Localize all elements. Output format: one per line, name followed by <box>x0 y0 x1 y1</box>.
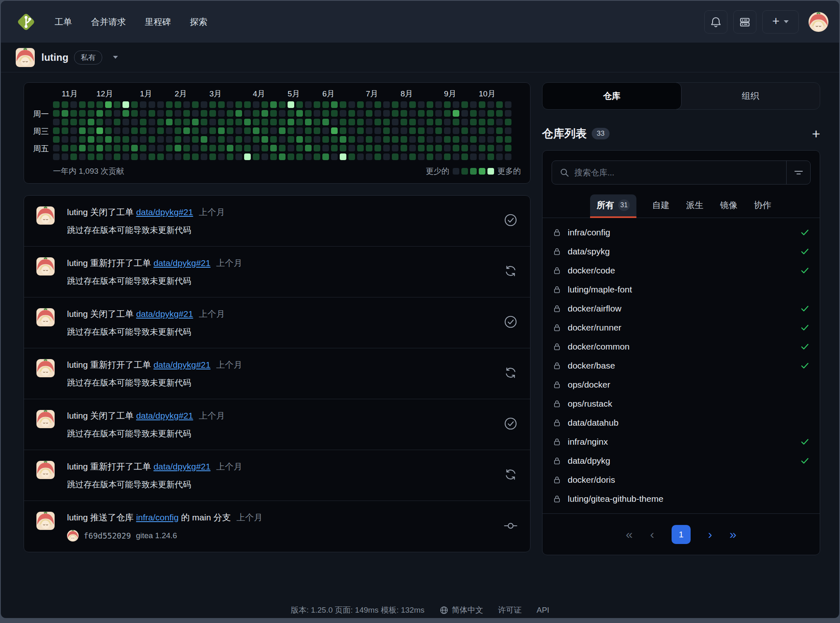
feed-username[interactable]: luting <box>67 462 90 471</box>
create-new-button[interactable]: + <box>762 10 799 34</box>
nav-item-pull-requests[interactable]: 合并请求 <box>91 16 126 28</box>
repo-row[interactable]: infra/nginx <box>552 432 810 451</box>
repo-name[interactable]: docker/code <box>568 266 615 276</box>
feed-avatar[interactable] <box>36 206 55 225</box>
feed-issue-link[interactable]: data/dpykg#21 <box>154 462 211 471</box>
repo-row[interactable]: docker/airflow <box>552 299 810 318</box>
heatmap-cell <box>392 127 398 134</box>
repo-name[interactable]: infra/config <box>568 228 610 237</box>
feed-issue-link[interactable]: data/dpykg#21 <box>136 309 193 319</box>
heatmap-cell <box>166 145 173 151</box>
user-avatar[interactable] <box>809 12 828 32</box>
repo-list-header: 仓库列表 33 + <box>542 126 820 141</box>
repo-row[interactable]: ops/docker <box>552 375 810 394</box>
repo-name[interactable]: luting/maple-font <box>568 285 632 295</box>
repo-row[interactable]: docker/runner <box>552 318 810 337</box>
repo-filter-button[interactable] <box>786 161 810 184</box>
feed-username[interactable]: luting <box>67 207 90 217</box>
repo-name[interactable]: docker/base <box>568 361 615 371</box>
repo-row[interactable]: docker/doris <box>552 470 810 489</box>
repo-name[interactable]: data/datahub <box>568 418 619 428</box>
commit-sha-link[interactable]: f69d552029 <box>84 531 131 540</box>
repo-filter-tab[interactable]: 所有 31 <box>590 194 636 218</box>
repo-name[interactable]: docker/airflow <box>568 304 622 314</box>
legend-more-label: 更多的 <box>497 166 521 177</box>
language-selector[interactable]: 简体中文 <box>439 605 483 616</box>
repo-filter-tab[interactable]: 派生 <box>685 195 704 218</box>
repo-name[interactable]: ops/docker <box>568 380 610 390</box>
profile-avatar[interactable] <box>16 48 35 67</box>
feed-item: luting 关闭了工单 data/dpykg#21 上个月 跳过存在版本可能导… <box>24 399 530 450</box>
heatmap-cell <box>227 119 233 125</box>
repo-name[interactable]: data/dpykg <box>568 456 610 466</box>
heatmap-cell <box>401 145 407 151</box>
heatmap-cell <box>409 110 416 117</box>
nav-item-explore[interactable]: 探索 <box>190 16 207 28</box>
heatmap-cell <box>235 153 242 160</box>
repo-row[interactable]: data/dpykg <box>552 451 810 470</box>
feed-issue-link[interactable]: data/dpykg#21 <box>154 258 211 268</box>
gitea-logo[interactable] <box>16 12 36 32</box>
add-repo-button[interactable]: + <box>812 127 820 141</box>
repo-row[interactable]: ops/rustack <box>552 394 810 413</box>
globe-icon <box>439 606 449 615</box>
repo-name[interactable]: luting/gitea-github-theme <box>568 494 663 504</box>
feed-avatar[interactable] <box>36 257 55 276</box>
feed-issue-link[interactable]: data/dpykg#21 <box>154 360 211 369</box>
repo-filter-tab[interactable]: 自建 <box>651 195 670 218</box>
repo-name[interactable]: docker/common <box>568 342 629 352</box>
repo-filter-tab[interactable]: 镜像 <box>719 195 738 218</box>
repo-name[interactable]: ops/rustack <box>568 399 612 409</box>
feed-issue-link[interactable]: data/dpykg#21 <box>136 207 193 217</box>
repo-row[interactable]: infra/config <box>552 223 810 242</box>
heatmap-cell <box>348 153 355 160</box>
repo-row[interactable]: data/spykg <box>552 242 810 261</box>
heatmap-cell <box>357 119 364 125</box>
repo-row[interactable]: docker/common <box>552 337 810 356</box>
repo-row[interactable]: luting/maple-font <box>552 280 810 299</box>
pagination-first-button[interactable]: « <box>626 528 633 541</box>
feed-username[interactable]: luting <box>67 513 90 522</box>
repo-search-input[interactable] <box>574 168 786 177</box>
feed-username[interactable]: luting <box>67 360 90 369</box>
repo-row[interactable]: docker/code <box>552 261 810 280</box>
feed-type-icon <box>504 467 518 483</box>
feed-username[interactable]: luting <box>67 258 90 268</box>
pagination-current-page[interactable]: 1 <box>672 525 691 544</box>
pagination-last-button[interactable]: » <box>730 528 737 541</box>
feed-avatar[interactable] <box>36 410 55 428</box>
nav-item-issues[interactable]: 工单 <box>55 16 72 28</box>
api-link[interactable]: API <box>537 606 550 615</box>
tab-repositories[interactable]: 仓库 <box>542 82 682 110</box>
pagination-prev-button[interactable]: ‹ <box>650 528 654 541</box>
notifications-button[interactable] <box>704 10 727 34</box>
heatmap-cell <box>53 145 60 151</box>
heatmap-cell <box>227 127 233 134</box>
feed-username[interactable]: luting <box>67 411 90 420</box>
feed-issue-link[interactable]: data/dpykg#21 <box>136 411 193 420</box>
repo-row[interactable]: data/datahub <box>552 413 810 432</box>
feed-avatar[interactable] <box>36 461 55 479</box>
repo-name[interactable]: infra/nginx <box>568 437 608 447</box>
feed-action: 关闭了工单 <box>90 207 136 217</box>
repo-row[interactable]: docker/base <box>552 356 810 375</box>
admin-panel-button[interactable] <box>733 10 756 34</box>
heatmap-cell <box>53 127 60 134</box>
pagination-next-button[interactable]: › <box>708 528 712 541</box>
feed-avatar[interactable] <box>36 359 55 377</box>
heatmap-cell <box>288 119 294 125</box>
feed-avatar[interactable] <box>36 308 55 326</box>
repo-name[interactable]: docker/doris <box>568 475 615 485</box>
repo-name[interactable]: docker/runner <box>568 323 622 333</box>
tab-organizations[interactable]: 组织 <box>681 83 820 109</box>
profile-dropdown-icon[interactable] <box>113 56 118 59</box>
heatmap-cell <box>401 110 407 117</box>
feed-avatar[interactable] <box>36 512 55 530</box>
repo-name[interactable]: data/spykg <box>568 247 610 256</box>
nav-item-milestones[interactable]: 里程碑 <box>145 16 171 28</box>
repo-row[interactable]: luting/gitea-github-theme <box>552 489 810 508</box>
feed-username[interactable]: luting <box>67 309 90 319</box>
repo-filter-tab[interactable]: 协作 <box>753 195 772 218</box>
feed-issue-link[interactable]: infra/config <box>136 513 179 522</box>
license-link[interactable]: 许可证 <box>498 605 522 616</box>
